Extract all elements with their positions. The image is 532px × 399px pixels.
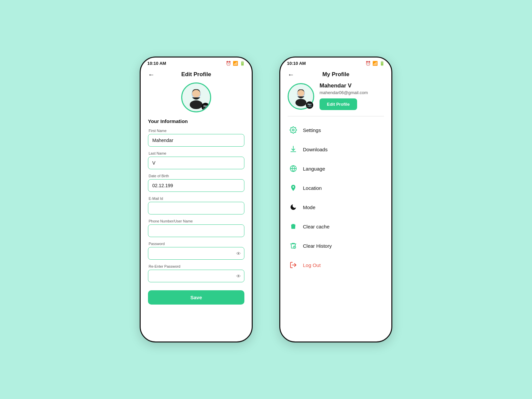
logout-icon xyxy=(289,261,298,269)
camera-badge[interactable]: 📷 xyxy=(201,103,209,111)
svg-point-6 xyxy=(292,129,294,131)
status-bar-left: 10:10 AM ⏰ 📶 🔋 xyxy=(141,58,252,68)
battery-icon-r: 🔋 xyxy=(379,61,385,66)
signal-icon: 📶 xyxy=(233,61,238,66)
menu-label-language: Language xyxy=(303,166,325,172)
my-profile-header: ← My Profile xyxy=(288,68,384,82)
my-profile-title: My Profile xyxy=(322,71,349,78)
profile-email: mahendar06@gmail.com xyxy=(320,90,384,95)
svg-point-1 xyxy=(190,100,203,109)
menu-item-language[interactable]: Language xyxy=(288,159,384,178)
menu-label-downloads: Downloads xyxy=(303,147,328,152)
profile-header: 📷 Mahendar V mahendar06@gmail.com Edit P… xyxy=(288,82,384,116)
menu-label-settings: Settings xyxy=(303,127,321,133)
download-icon xyxy=(289,145,298,154)
back-button-right[interactable]: ← xyxy=(288,71,294,78)
field-label-6: Re-Enter Password xyxy=(149,264,244,268)
field-group-0: First Name xyxy=(148,129,244,147)
phone-input[interactable] xyxy=(148,224,244,237)
field-input-wrap-6: 👁 xyxy=(148,270,244,282)
menu-label-location: Location xyxy=(303,185,322,191)
field-group-3: E-Mail Id xyxy=(148,197,244,214)
menu-list: SettingsDownloadsLanguageLocationModeCle… xyxy=(288,118,384,277)
status-time-left: 10:10 AM xyxy=(147,61,166,66)
battery-icon: 🔋 xyxy=(240,61,245,66)
field-group-2: Date of Birth xyxy=(148,174,244,192)
dob-input[interactable] xyxy=(148,179,244,192)
location-icon xyxy=(289,184,298,192)
alarm-icon-r: ⏰ xyxy=(365,61,371,66)
profile-avatar[interactable]: 📷 xyxy=(288,83,314,110)
status-bar-right: 10:10 AM ⏰ 📶 🔋 xyxy=(280,58,391,68)
field-group-1: Last Name xyxy=(148,151,244,169)
save-button[interactable]: Save xyxy=(148,290,244,305)
trash-clock-icon xyxy=(289,241,298,250)
profile-name: Mahendar V xyxy=(320,82,384,89)
menu-item-logout[interactable]: Log Out xyxy=(288,255,384,275)
moon-icon xyxy=(289,203,298,211)
avatar-circle[interactable]: 📷 xyxy=(181,82,211,112)
last-name-input[interactable] xyxy=(148,157,244,169)
field-label-3: E-Mail Id xyxy=(149,197,244,200)
field-label-0: First Name xyxy=(149,129,244,133)
menu-label-mode: Mode xyxy=(303,204,316,210)
avatar-section: 📷 xyxy=(148,82,244,112)
my-profile-phone: 10:10 AM ⏰ 📶 🔋 ← My Profile 📷 xyxy=(279,57,392,342)
profile-info: Mahendar V mahendar06@gmail.com Edit Pro… xyxy=(320,82,384,110)
trash-icon xyxy=(289,222,298,231)
svg-point-4 xyxy=(296,99,307,106)
menu-item-clear-history[interactable]: Clear History xyxy=(288,236,384,255)
signal-icon-r: 📶 xyxy=(372,61,378,66)
status-time-right: 10:10 AM xyxy=(287,61,306,66)
status-icons-left: ⏰ 📶 🔋 xyxy=(226,61,245,66)
menu-item-settings[interactable]: Settings xyxy=(288,120,384,140)
eye-icon-5[interactable]: 👁 xyxy=(236,251,241,256)
field-input-wrap-5: 👁 xyxy=(148,247,244,260)
field-group-4: Phone Number/User Name xyxy=(148,219,244,237)
menu-item-mode[interactable]: Mode xyxy=(288,198,384,217)
menu-label-clear-cache: Clear cache xyxy=(303,224,330,229)
field-group-6: Re-Enter Password👁 xyxy=(148,264,244,282)
field-label-2: Date of Birth xyxy=(149,174,244,178)
menu-item-downloads[interactable]: Downloads xyxy=(288,140,384,159)
menu-item-clear-cache[interactable]: Clear cache xyxy=(288,217,384,236)
menu-item-location[interactable]: Location xyxy=(288,178,384,198)
edit-profile-header: ← Edit Profile xyxy=(148,68,244,82)
section-title: Your Information xyxy=(148,118,244,124)
field-group-5: Password👁 xyxy=(148,242,244,260)
password-input[interactable] xyxy=(148,247,244,260)
edit-profile-title: Edit Profile xyxy=(181,71,211,78)
field-label-1: Last Name xyxy=(149,151,244,155)
edit-profile-button[interactable]: Edit Profile xyxy=(320,98,357,110)
status-icons-right: ⏰ 📶 🔋 xyxy=(365,61,385,66)
globe-icon xyxy=(289,164,298,173)
back-button-left[interactable]: ← xyxy=(148,71,155,78)
alarm-icon: ⏰ xyxy=(226,61,231,66)
email-input[interactable] xyxy=(148,202,244,214)
repassword-input[interactable] xyxy=(148,270,244,282)
profile-camera-badge[interactable]: 📷 xyxy=(306,101,313,109)
menu-label-clear-history: Clear History xyxy=(303,243,332,249)
eye-icon-6[interactable]: 👁 xyxy=(236,273,241,279)
form-fields: First NameLast NameDate of BirthE-Mail I… xyxy=(148,129,244,282)
field-label-4: Phone Number/User Name xyxy=(149,219,244,223)
gear-icon xyxy=(289,126,298,134)
field-label-5: Password xyxy=(149,242,244,246)
first-name-input[interactable] xyxy=(148,134,244,147)
menu-label-logout: Log Out xyxy=(303,262,321,268)
edit-profile-phone: 10:10 AM ⏰ 📶 🔋 ← Edit Profile xyxy=(140,57,253,342)
